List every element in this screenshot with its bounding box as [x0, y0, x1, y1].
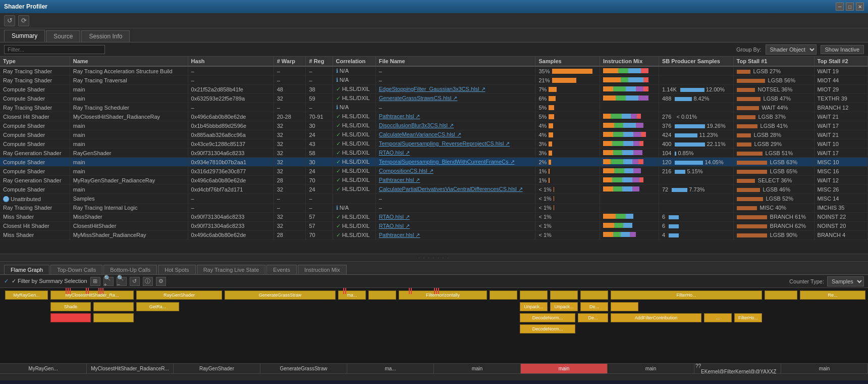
cell-samples: < 1%: [535, 230, 600, 239]
tab-summary[interactable]: Summary: [4, 30, 45, 42]
settings-button[interactable]: ⚙: [156, 277, 166, 286]
groupby-select[interactable]: Shader Object: [766, 44, 817, 55]
btab-events[interactable]: Events: [266, 265, 297, 274]
cell-name: MyRayGenShader_RadianceRay: [70, 176, 188, 185]
flame-block[interactable]: [520, 291, 548, 300]
flame-graph-area[interactable]: MyRayGen...MyClosestHitShader_Ra...RayGe…: [0, 288, 868, 373]
flame-block[interactable]: [50, 313, 91, 322]
table-row[interactable]: Miss Shader MyMissShader_RadianceRay 0x4…: [0, 230, 868, 239]
flame-block[interactable]: MyRayGen...: [5, 291, 48, 300]
col-header-file[interactable]: File Name: [375, 57, 535, 66]
flame-block[interactable]: Re...: [800, 291, 865, 300]
flame-block[interactable]: FilterHorizontally: [399, 291, 487, 300]
flame-block[interactable]: De...: [580, 302, 608, 311]
flame-block[interactable]: De...: [578, 313, 608, 322]
flame-block[interactable]: GenerateGrassStraw: [225, 291, 336, 300]
flame-scrollbar[interactable]: [0, 373, 868, 380]
table-row[interactable]: Compute Shader main 0xd4cbf76bf7a2d171 3…: [0, 185, 868, 194]
cell-sbp: 400 22.11%: [659, 139, 733, 149]
flame-block[interactable]: DecodeNorm...: [520, 313, 575, 322]
flame-block[interactable]: Unpack...: [550, 302, 578, 311]
btab-flame-graph[interactable]: Flame Graph: [4, 265, 49, 274]
table-row[interactable]: Ray Tracing Shader Ray Tracing Internal …: [0, 203, 868, 212]
flame-block[interactable]: [490, 291, 517, 300]
main-table[interactable]: Type Name Hash # Warp # Reg Correlation …: [0, 57, 868, 254]
table-row[interactable]: Ray Tracing Shader Ray Tracing Scheduler…: [0, 103, 868, 112]
col-header-stall2[interactable]: Top Stall #2: [814, 57, 867, 66]
flame-block[interactable]: Shade: [50, 302, 91, 311]
counter-type-select[interactable]: Samples: [827, 276, 864, 286]
zoom-out-button[interactable]: 🔍−: [117, 277, 127, 286]
col-header-stall1[interactable]: Top Stall #1: [733, 57, 814, 66]
table-row[interactable]: Closest Hit Shader MyClosestHitShader_Ra…: [0, 112, 868, 121]
cell-imix: [600, 158, 659, 167]
table-row[interactable]: Compute Shader main 0x316d29736e30c877 3…: [0, 167, 868, 176]
tab-source[interactable]: Source: [46, 30, 80, 42]
table-row[interactable]: Miss Shader MissShader 0x90f731304a6c823…: [0, 212, 868, 221]
flame-block[interactable]: [368, 291, 396, 300]
col-header-corr[interactable]: Correlation: [333, 57, 375, 66]
table-header: Type Name Hash # Warp # Reg Correlation …: [0, 57, 868, 66]
btab-hotspots[interactable]: Hot Spots: [158, 265, 195, 274]
titlebar-controls[interactable]: ─ □ ✕: [836, 3, 864, 11]
col-header-type[interactable]: Type: [0, 57, 70, 66]
table-row[interactable]: Compute Shader main 0x885aab326a8cc96a 3…: [0, 130, 868, 139]
info-button[interactable]: ⓘ: [143, 277, 153, 286]
flame-block[interactable]: AddFilterContribution: [611, 313, 701, 322]
flame-block[interactable]: [93, 313, 134, 322]
col-header-sbp[interactable]: SB Producer Samples: [659, 57, 733, 66]
table-row[interactable]: ⓘ Unattributed Samples – – – – < 1% LGSB…: [0, 194, 868, 204]
flame-block[interactable]: DecodeNorm...: [520, 324, 575, 333]
table-row[interactable]: Compute Shader main 0x21f52a2d858b41fe 4…: [0, 85, 868, 94]
table-row[interactable]: Ray Tracing Shader Ray Tracing Traversal…: [0, 76, 868, 85]
cell-hash: 0x885aab326a8cc96a: [188, 130, 274, 139]
btab-instruction-mix[interactable]: Instruction Mix: [298, 265, 347, 274]
tab-session-info[interactable]: Session Info: [81, 30, 130, 42]
col-header-hash[interactable]: Hash: [188, 57, 274, 66]
col-header-warp[interactable]: # Warp: [274, 57, 306, 66]
table-row[interactable]: Ray Tracing Shader Ray Tracing Accelerat…: [0, 66, 868, 76]
maximize-button[interactable]: □: [846, 3, 854, 11]
cell-file: –: [375, 194, 535, 204]
flame-block[interactable]: MyClosestHitShader_Ra...: [50, 291, 134, 300]
show-inactive-button[interactable]: Show Inactive: [821, 45, 864, 54]
flame-block[interactable]: [580, 291, 608, 300]
expand-icon-button[interactable]: ⊞: [90, 277, 100, 286]
table-row[interactable]: Closest Hit Shader ClosestHitShader 0x90…: [0, 221, 868, 230]
cell-file: –: [375, 103, 535, 112]
flame-block[interactable]: GetRa...: [136, 302, 179, 311]
col-header-imix[interactable]: Instruction Mix: [600, 57, 659, 66]
cell-name: main: [70, 85, 188, 94]
flame-block[interactable]: [93, 302, 134, 311]
table-row[interactable]: Compute Shader main 0x632593e22f5e789a 3…: [0, 94, 868, 103]
refresh-button[interactable]: ⟳: [18, 15, 29, 26]
col-header-reg[interactable]: # Reg: [306, 57, 333, 66]
flame-block[interactable]: Unpack...: [520, 302, 548, 311]
table-row[interactable]: Compute Shader main 0x934e7810b07b2aa1 3…: [0, 158, 868, 167]
scroll-divider[interactable]: · · · · · · ·: [0, 254, 868, 262]
col-header-name[interactable]: Name: [70, 57, 188, 66]
flame-block[interactable]: ...: [704, 313, 732, 322]
table-row[interactable]: Compute Shader main 0x1b45bbbd89d2596e 3…: [0, 121, 868, 130]
flame-block[interactable]: [611, 302, 638, 311]
flame-block[interactable]: RayGenShader: [136, 291, 222, 300]
flame-block[interactable]: [550, 291, 578, 300]
btab-rtlivestate[interactable]: Ray Tracing Live State: [197, 265, 266, 274]
flame-block[interactable]: FilterHo...: [611, 291, 762, 300]
filter-input[interactable]: [4, 45, 105, 54]
zoom-in-button[interactable]: 🔍+: [103, 277, 114, 286]
flame-block[interactable]: ma...: [338, 291, 366, 300]
reset-zoom-button[interactable]: ↺: [130, 277, 140, 286]
flame-spike: [86, 288, 87, 294]
table-row[interactable]: Ray Generation Shader MyRayGenShader_Rad…: [0, 176, 868, 185]
btab-bottomup[interactable]: Bottom-Up Calls: [103, 265, 157, 274]
btab-topdown[interactable]: Top-Down Calls: [50, 265, 102, 274]
table-row[interactable]: Ray Generation Shader RayGenShader 0x90f…: [0, 149, 868, 158]
minimize-button[interactable]: ─: [836, 3, 844, 11]
close-button[interactable]: ✕: [856, 3, 864, 11]
reset-button[interactable]: ↺: [4, 15, 15, 26]
col-header-samples[interactable]: Samples: [535, 57, 600, 66]
flame-block[interactable]: FilterHo...: [734, 313, 762, 322]
table-row[interactable]: Compute Shader main 0x43ce9c1288c85137 3…: [0, 139, 868, 149]
flame-block[interactable]: [765, 291, 797, 300]
